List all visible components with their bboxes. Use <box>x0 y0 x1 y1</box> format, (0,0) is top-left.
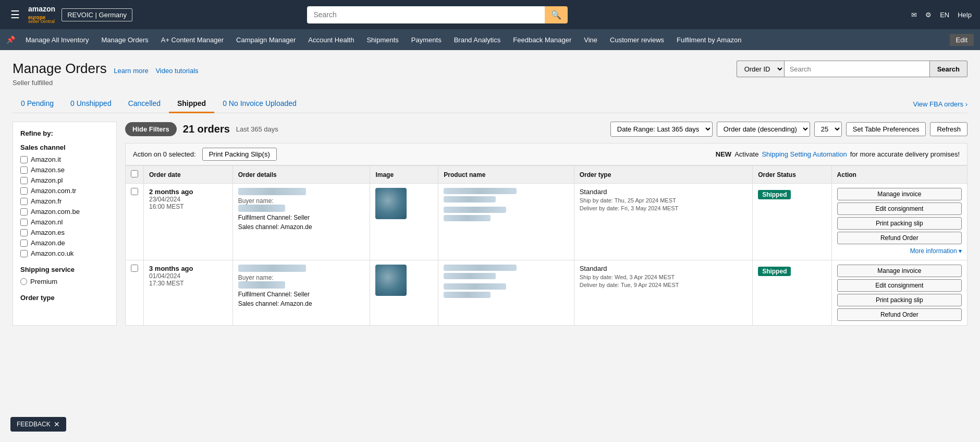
checkbox-amazon-pl[interactable] <box>20 177 28 184</box>
order-type-label-1: Standard <box>580 188 747 196</box>
nav-fulfilment-by-amazon[interactable]: Fulfilment by Amazon <box>670 29 748 50</box>
tab-no-invoice[interactable]: 0 No Invoice Uploaded <box>214 95 305 113</box>
header-action: Action <box>831 166 967 184</box>
view-fba-link[interactable]: View FBA orders › <box>913 100 967 108</box>
hide-filters-button[interactable]: Hide Filters <box>125 122 177 136</box>
order-time-ago-1: 2 months ago <box>149 188 227 196</box>
action-cell-1: Manage invoice Edit consignment Print pa… <box>831 184 967 260</box>
gear-icon[interactable]: ⚙ <box>925 11 932 19</box>
hamburger-menu[interactable]: ☰ <box>8 6 22 23</box>
promo-suffix: for more accurate delivery promises! <box>850 150 960 158</box>
product-name-blurred-1a <box>444 188 517 194</box>
more-information-button-1[interactable]: More information ▾ <box>837 246 962 256</box>
nav-account-health[interactable]: Account Health <box>302 29 360 50</box>
order-search-button[interactable]: Search <box>930 61 967 77</box>
video-tutorials-link[interactable]: Video tutorials <box>155 67 198 75</box>
checkbox-amazon-de[interactable] <box>20 240 28 247</box>
order-sort-select[interactable]: Order date (descending) <box>717 122 810 137</box>
checkbox-amazon-com-be[interactable] <box>20 208 28 216</box>
checkbox-amazon-nl[interactable] <box>20 219 28 226</box>
sales-channel-section: Sales channel Amazon.it Amazon.se Amazon… <box>20 144 109 257</box>
order-date-cell-1: 2 months ago 23/04/2024 16:00 MEST <box>144 184 233 260</box>
filter-amazon-fr[interactable]: Amazon.fr <box>20 197 109 205</box>
edit-consignment-button-2[interactable]: Edit consignment <box>837 279 962 292</box>
set-table-preferences-button[interactable]: Set Table Preferences <box>846 122 926 136</box>
filter-amazon-com-tr[interactable]: Amazon.com.tr <box>20 187 109 195</box>
nav-vine[interactable]: Vine <box>578 29 604 50</box>
checkbox-amazon-com-tr[interactable] <box>20 187 28 195</box>
nav-shipments[interactable]: Shipments <box>360 29 405 50</box>
print-packing-slips-button[interactable]: Print Packing Slip(s) <box>202 148 277 161</box>
checkbox-amazon-co-uk[interactable] <box>20 250 28 257</box>
order-type-cell-2: Standard Ship by date: Wed, 3 Apr 2024 M… <box>574 260 752 326</box>
checkbox-amazon-it[interactable] <box>20 156 28 163</box>
checkbox-amazon-fr[interactable] <box>20 198 28 205</box>
shipping-automation-link[interactable]: Shipping Setting Automation <box>762 150 847 158</box>
filter-amazon-com-be[interactable]: Amazon.com.be <box>20 208 109 216</box>
nav-edit-button[interactable]: Edit <box>950 34 974 46</box>
learn-more-link[interactable]: Learn more <box>114 67 148 75</box>
select-all-checkbox[interactable] <box>131 170 138 177</box>
action-buttons-2: Manage invoice Edit consignment Print pa… <box>837 265 962 321</box>
fulfillment-channel-1: Fulfilment Channel: Seller <box>238 214 365 221</box>
radio-premium[interactable] <box>20 278 27 285</box>
refund-order-button-1[interactable]: Refund Order <box>837 232 962 244</box>
row-1-checkbox[interactable] <box>131 188 138 195</box>
row-2-checkbox[interactable] <box>131 265 138 272</box>
pin-icon[interactable]: 📌 <box>6 35 15 44</box>
deliver-by-2: Deliver by date: Tue, 9 Apr 2024 MEST <box>580 282 747 288</box>
tab-unshipped[interactable]: 0 Unshipped <box>62 95 120 113</box>
product-name-blurred-1b <box>444 196 496 202</box>
nav-brand-analytics[interactable]: Brand Analytics <box>448 29 507 50</box>
manage-invoice-button-1[interactable]: Manage invoice <box>837 188 962 200</box>
buyer-label-1: Buyer name: <box>238 197 365 205</box>
global-search-button[interactable]: 🔍 <box>545 6 568 23</box>
nav-customer-reviews[interactable]: Customer reviews <box>604 29 670 50</box>
print-packing-slip-button-2[interactable]: Print packing slip <box>837 294 962 306</box>
checkbox-amazon-se[interactable] <box>20 166 28 174</box>
filter-amazon-de[interactable]: Amazon.de <box>20 239 109 247</box>
filter-amazon-nl[interactable]: Amazon.nl <box>20 218 109 226</box>
tab-cancelled[interactable]: Cancelled <box>120 95 169 113</box>
filter-amazon-es[interactable]: Amazon.es <box>20 229 109 236</box>
page-subtitle: Seller fulfilled <box>13 79 199 87</box>
filter-premium[interactable]: Premium <box>20 278 109 285</box>
date-range-select[interactable]: Date Range: Last 365 days <box>610 122 713 137</box>
order-status-cell-1: Shipped <box>753 184 831 260</box>
refund-order-button-2[interactable]: Refund Order <box>837 308 962 321</box>
filter-amazon-pl[interactable]: Amazon.pl <box>20 176 109 184</box>
orders-table: Order date Order details Image Product n… <box>125 165 967 326</box>
tab-shipped[interactable]: Shipped <box>169 95 214 113</box>
action-on-selected-label: Action on 0 selected: <box>133 150 196 158</box>
nav-feedback-manager[interactable]: Feedback Manager <box>507 29 578 50</box>
manage-invoice-button-2[interactable]: Manage invoice <box>837 265 962 277</box>
print-packing-slip-button-1[interactable]: Print packing slip <box>837 217 962 230</box>
nav-campaign-manager[interactable]: Campaign Manager <box>230 29 302 50</box>
search-type-dropdown[interactable]: Order ID <box>737 61 784 77</box>
top-nav-right: ✉ ⚙ EN Help <box>911 11 972 19</box>
table-header-row: Order date Order details Image Product n… <box>126 166 967 184</box>
nav-payments[interactable]: Payments <box>405 29 448 50</box>
checkbox-amazon-es[interactable] <box>20 229 28 236</box>
order-type-cell-1: Standard Ship by date: Thu, 25 Apr 2024 … <box>574 184 752 260</box>
store-badge[interactable]: REVOIC | Germany <box>62 8 132 21</box>
mail-icon[interactable]: ✉ <box>911 11 917 19</box>
nav-manage-orders[interactable]: Manage Orders <box>95 29 154 50</box>
language-selector[interactable]: EN <box>940 11 949 19</box>
sales-channel-title: Sales channel <box>20 144 109 151</box>
refresh-button[interactable]: Refresh <box>930 122 967 136</box>
order-details-cell-2: Buyer name: Fulfilment Channel: Seller S… <box>232 260 370 326</box>
filter-amazon-it[interactable]: Amazon.it <box>20 156 109 163</box>
help-link[interactable]: Help <box>958 11 972 19</box>
filter-amazon-co-uk[interactable]: Amazon.co.uk <box>20 249 109 257</box>
filter-amazon-se[interactable]: Amazon.se <box>20 166 109 174</box>
nav-aplus-content[interactable]: A+ Content Manager <box>155 29 230 50</box>
edit-consignment-button-1[interactable]: Edit consignment <box>837 202 962 215</box>
top-navigation: ☰ amazoneurope seller central REVOIC | G… <box>0 0 980 29</box>
product-name-cell-2 <box>438 260 574 326</box>
global-search-input[interactable] <box>307 6 545 23</box>
order-search-input[interactable] <box>784 61 930 77</box>
tab-pending[interactable]: 0 Pending <box>13 95 62 113</box>
per-page-select[interactable]: 25 <box>814 122 842 137</box>
nav-manage-all-inventory[interactable]: Manage All Inventory <box>19 29 95 50</box>
